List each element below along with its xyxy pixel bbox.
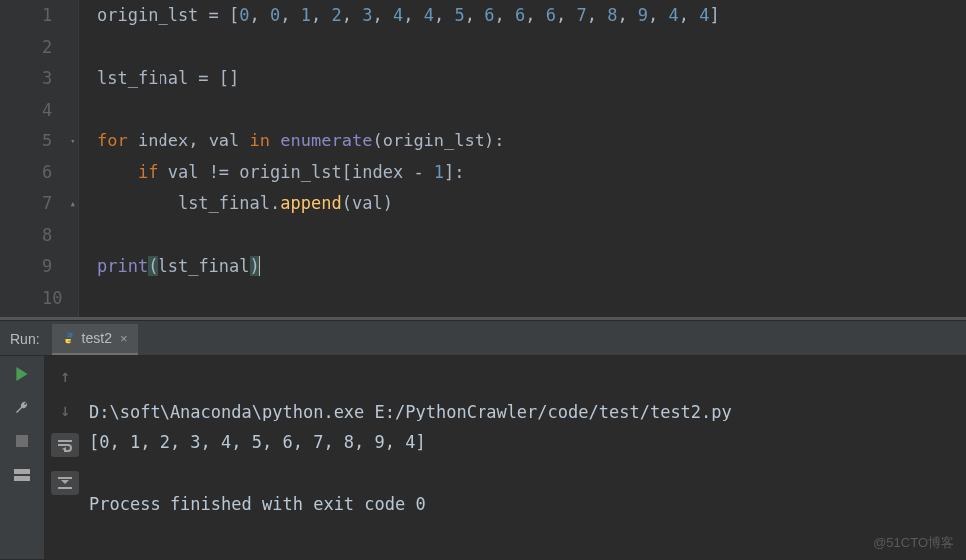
gutter-line: 4 [0, 95, 78, 127]
console-line: Process finished with exit code 0 [89, 494, 426, 514]
caret [259, 256, 260, 276]
stop-icon[interactable] [12, 431, 32, 451]
gutter: 1 2 3 4 5▾ 6 7▴ 8 9 10 [0, 0, 79, 317]
soft-wrap-icon[interactable] [51, 433, 79, 457]
close-icon[interactable]: × [120, 331, 128, 346]
gutter-line: 6 [0, 157, 78, 189]
console-line: D:\soft\Anaconda\python.exe E:/PythonCra… [89, 402, 732, 421]
wrench-icon[interactable] [12, 398, 32, 418]
python-file-icon [62, 331, 76, 345]
arrow-down-icon[interactable]: ↓ [55, 400, 75, 420]
layout-icon[interactable] [12, 465, 32, 485]
gutter-line: 9 [0, 251, 78, 283]
code-line[interactable] [97, 220, 966, 252]
arrow-up-icon[interactable]: ↑ [55, 366, 75, 386]
code-area[interactable]: origin_lst = [0, 0, 1, 2, 3, 4, 4, 5, 6,… [79, 0, 966, 317]
gutter-line: 5▾ [0, 126, 78, 157]
code-line[interactable]: if val != origin_lst[index - 1]: [97, 157, 966, 189]
rerun-icon[interactable] [12, 364, 32, 384]
watermark: @51CTO博客 [873, 534, 954, 552]
svg-rect-1 [14, 469, 30, 474]
code-line[interactable] [97, 32, 966, 64]
gutter-line: 10 [0, 283, 78, 315]
console-arrow-column: ↑ ↓ [45, 356, 85, 559]
console-line: [0, 1, 2, 3, 4, 5, 6, 7, 8, 9, 4] [89, 432, 426, 452]
run-toolbar: Run: test2 × [0, 320, 966, 356]
code-line[interactable]: for index, val in enumerate(origin_lst): [97, 126, 966, 157]
svg-rect-0 [16, 435, 28, 447]
code-line[interactable] [97, 283, 966, 315]
code-editor[interactable]: 1 2 3 4 5▾ 6 7▴ 8 9 10 origin_lst = [0, … [0, 0, 966, 317]
run-label: Run: [10, 331, 40, 355]
gutter-line: 8 [0, 220, 78, 252]
gutter-line: 7▴ [0, 188, 78, 220]
gutter-line: 2 [0, 32, 78, 64]
run-tab[interactable]: test2 × [52, 324, 138, 355]
svg-rect-2 [14, 476, 30, 481]
scroll-to-end-icon[interactable] [51, 471, 79, 495]
run-tab-label: test2 [82, 330, 112, 346]
code-line[interactable]: lst_final.append(val) [97, 188, 966, 220]
console-output[interactable]: D:\soft\Anaconda\python.exe E:/PythonCra… [85, 356, 966, 559]
fold-close-icon[interactable]: ▴ [69, 188, 76, 220]
code-line[interactable]: lst_final = [] [97, 63, 966, 95]
gutter-line: 3 [0, 63, 78, 95]
code-line[interactable]: print(lst_final) [97, 251, 966, 283]
run-panel: ↑ ↓ D:\soft\Anaconda\python.exe E:/Pytho… [0, 356, 966, 559]
fold-open-icon[interactable]: ▾ [69, 126, 76, 157]
code-line[interactable]: origin_lst = [0, 0, 1, 2, 3, 4, 4, 5, 6,… [97, 0, 966, 32]
code-line[interactable] [97, 95, 966, 127]
run-tool-column [0, 356, 45, 559]
gutter-line: 1 [0, 0, 78, 32]
